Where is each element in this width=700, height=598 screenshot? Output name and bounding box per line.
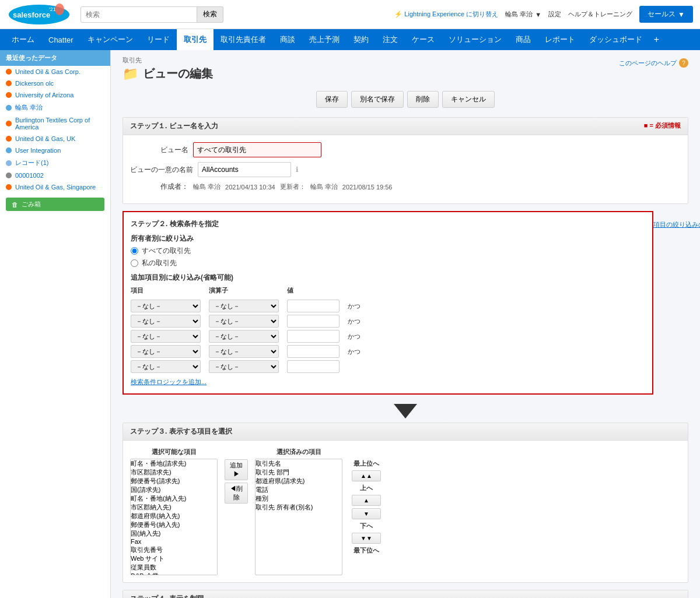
- sidebar-item-1[interactable]: Dickerson olc: [0, 78, 110, 89]
- filter-value-input-3[interactable]: [287, 330, 340, 343]
- list-item[interactable]: 郵便番号(請求先): [131, 477, 217, 486]
- list-item[interactable]: Fax: [131, 538, 217, 546]
- list-item[interactable]: 従業員数: [131, 563, 217, 572]
- list-item[interactable]: 郵便番号(納入先): [131, 520, 217, 529]
- selected-items-list[interactable]: 取引先名 取引先 部門 都道府県(請求先) 電話 種別 取引先 所有者(別名): [255, 459, 342, 575]
- nav-item-opportunity[interactable]: 商談: [273, 29, 302, 50]
- header: salesforce '21 検索 ⚡ Lightning Experience…: [0, 0, 700, 29]
- filter-item-select-5[interactable]: －なし－: [131, 360, 201, 373]
- list-item[interactable]: 市区郡請求先): [131, 468, 217, 477]
- sidebar-item-0[interactable]: United Oil & Gas Corp.: [0, 66, 110, 78]
- sidebar-item-3[interactable]: 輪島 幸治: [0, 101, 110, 114]
- sidebar-num-icon: [6, 173, 12, 178]
- settings-link[interactable]: 設定: [548, 10, 561, 19]
- delete-button-top[interactable]: 削除: [407, 91, 439, 108]
- list-item[interactable]: D&B 企業: [131, 572, 217, 575]
- list-item[interactable]: 都道府県(請求先): [256, 477, 342, 486]
- move-down-button[interactable]: ▼: [352, 508, 381, 519]
- list-item[interactable]: 都道府県(納入先): [131, 512, 217, 520]
- search-input[interactable]: [80, 6, 197, 23]
- nav-item-product[interactable]: 商品: [509, 29, 538, 50]
- available-items-list[interactable]: 町名・番地(請求先) 市区郡請求先) 郵便番号(請求先) 国(請求先) 町名・番…: [130, 459, 218, 575]
- nav-item-campaign[interactable]: キャンペーン: [80, 29, 140, 50]
- filter-value-input-5[interactable]: [287, 360, 340, 373]
- list-item[interactable]: 種別: [256, 494, 342, 503]
- info-icon[interactable]: ℹ: [296, 166, 299, 174]
- nav-item-contact[interactable]: 取引先責任者: [214, 29, 273, 50]
- filter-value-input-2[interactable]: [287, 315, 340, 328]
- filter-value-input-4[interactable]: [287, 345, 340, 358]
- list-item[interactable]: 国(納入先): [131, 529, 217, 538]
- nav-item-forecast[interactable]: 売上予測: [302, 29, 346, 50]
- list-item[interactable]: 取引先 部門: [256, 468, 342, 477]
- nav-item-solution[interactable]: ソリューション: [442, 29, 509, 50]
- cancel-button-top[interactable]: キャンセル: [442, 91, 495, 108]
- nav-item-dashboard[interactable]: ダッシュボード: [582, 29, 649, 50]
- sidebar-item-5[interactable]: United Oil & Gas, UK: [0, 133, 110, 145]
- list-item[interactable]: 取引先 所有者(別名): [256, 503, 342, 512]
- list-item[interactable]: 町名・番地(請求先): [131, 459, 217, 468]
- sidebar-dot-icon: [6, 184, 12, 190]
- filter-help-link[interactable]: 項目の絞り込みのヘルプ ?: [653, 220, 700, 229]
- nav-plus-button[interactable]: +: [649, 34, 664, 45]
- move-up-button[interactable]: ▲: [352, 495, 381, 506]
- nav-item-report[interactable]: レポート: [538, 29, 582, 50]
- remove-button[interactable]: ◀削除: [225, 483, 248, 504]
- top-button-bar: 保存 別名で保存 削除 キャンセル: [123, 91, 688, 108]
- page-help-link[interactable]: このページのヘルプ: [619, 59, 677, 68]
- col-operator-header: 演算子: [209, 286, 285, 297]
- filter-item-select-4[interactable]: －なし－: [131, 345, 201, 358]
- sidebar-item-9[interactable]: United Oil & Gas, Singapore: [0, 181, 110, 193]
- add-button[interactable]: 追加▶: [225, 459, 248, 480]
- filter-operator-select-4[interactable]: －なし－: [209, 345, 279, 358]
- user-menu[interactable]: 輪島 幸治 ▼: [505, 10, 541, 19]
- add-logic-link[interactable]: 検索条件ロジックを追加...: [131, 378, 206, 386]
- add-remove-buttons: 追加▶ ◀削除: [222, 448, 250, 504]
- sidebar-item-2[interactable]: University of Arizona: [0, 89, 110, 101]
- sales-app-button[interactable]: セールス ▼: [639, 6, 693, 23]
- lightning-switch-link[interactable]: ⚡ Lightning Experience に切り替え: [394, 10, 498, 19]
- filter-value-input-1[interactable]: [287, 300, 340, 312]
- sidebar: 最近使ったデータ United Oil & Gas Corp. Dickerso…: [0, 50, 111, 598]
- filter-item-select-2[interactable]: －なし－: [131, 315, 201, 328]
- unique-name-input[interactable]: [198, 162, 291, 177]
- list-item[interactable]: 電話: [256, 486, 342, 494]
- filter-operator-select-5[interactable]: －なし－: [209, 360, 279, 373]
- search-button[interactable]: 検索: [197, 6, 223, 23]
- filter-operator-select-2[interactable]: －なし－: [209, 315, 279, 328]
- filter-item-select-3[interactable]: －なし－: [131, 330, 201, 343]
- save-as-button-top[interactable]: 別名で保存: [351, 91, 404, 108]
- available-list-section: 選択可能な項目 町名・番地(請求先) 市区郡請求先) 郵便番号(請求先) 国(請…: [130, 448, 218, 575]
- filter-operator-select-1[interactable]: －なし－: [209, 300, 279, 312]
- nav-item-account[interactable]: 取引先: [177, 29, 214, 50]
- list-item[interactable]: 取引先名: [256, 459, 342, 468]
- move-bottom-button[interactable]: ▼▼: [352, 533, 381, 544]
- list-item[interactable]: 町名・番地(納入先): [131, 494, 217, 503]
- nav-item-case[interactable]: ケース: [405, 29, 442, 50]
- nav-item-order[interactable]: 注文: [376, 29, 405, 50]
- sidebar-item-8[interactable]: 00001002: [0, 170, 110, 181]
- nav-item-chatter[interactable]: Chatter: [41, 29, 80, 50]
- main-content: 取引先 📁 ビューの編集 このページのヘルプ ? 保存 別名で保存 削除 キャン…: [111, 50, 700, 598]
- nav-item-lead[interactable]: リード: [140, 29, 177, 50]
- nav-item-contract[interactable]: 契約: [346, 29, 376, 50]
- svg-text:salesforce: salesforce: [13, 10, 50, 19]
- move-top-button[interactable]: ▲▲: [352, 470, 381, 481]
- nav-item-home[interactable]: ホーム: [5, 29, 41, 50]
- list-item[interactable]: 取引先番号: [131, 546, 217, 554]
- list-item[interactable]: Web サイト: [131, 554, 217, 563]
- list-item[interactable]: 国(請求先): [131, 486, 217, 494]
- trash-button[interactable]: 🗑 ごみ箱: [6, 198, 104, 211]
- filter-item-select-1[interactable]: －なし－: [131, 300, 201, 312]
- save-button-top[interactable]: 保存: [316, 91, 348, 108]
- list-item[interactable]: 市区郡納入先): [131, 503, 217, 512]
- sidebar-item-7[interactable]: レコード(1): [0, 156, 110, 170]
- sidebar-item-6[interactable]: User Integration: [0, 145, 110, 156]
- all-accounts-radio[interactable]: [131, 247, 138, 255]
- my-accounts-radio[interactable]: [131, 259, 138, 267]
- sidebar-item-4[interactable]: Burlington Textiles Corp of America: [0, 114, 110, 133]
- help-training-link[interactable]: ヘルプ＆トレーニング: [568, 10, 632, 19]
- filter-operator-select-3[interactable]: －なし－: [209, 330, 279, 343]
- view-name-input[interactable]: [193, 142, 321, 157]
- sidebar-item-label: User Integration: [15, 147, 61, 154]
